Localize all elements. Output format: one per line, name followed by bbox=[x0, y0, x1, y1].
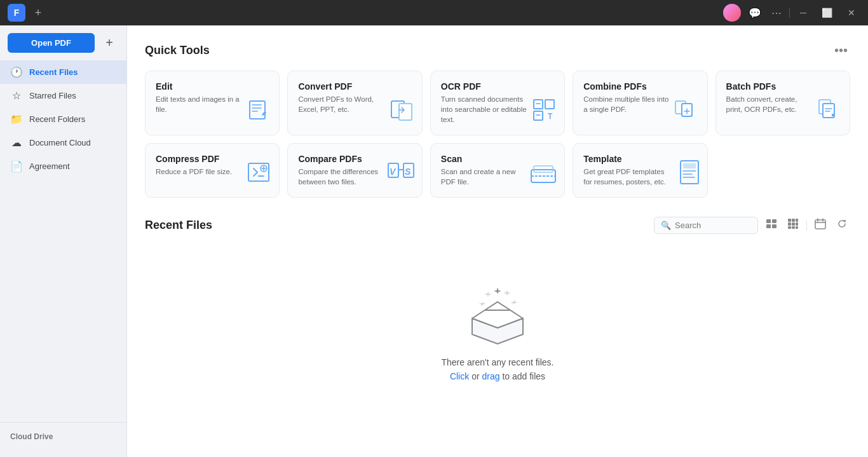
convert-icon bbox=[389, 97, 414, 127]
titlebar-right: 💬 ⋯ ─ ⬜ ✕ bbox=[723, 4, 860, 22]
tool-title: Convert PDF bbox=[298, 81, 411, 92]
search-box[interactable]: 🔍 bbox=[654, 217, 758, 234]
svg-rect-33 bbox=[796, 226, 798, 229]
tool-title: Combine PDFs bbox=[583, 81, 696, 92]
sidebar-item-recent-folders[interactable]: 📁 Recent Folders bbox=[0, 107, 126, 131]
tool-card-edit[interactable]: Edit Edit texts and images in a file. bbox=[145, 71, 280, 135]
svg-rect-25 bbox=[788, 219, 791, 222]
svg-rect-21 bbox=[766, 219, 771, 223]
quick-tools-header: Quick Tools ••• bbox=[145, 41, 850, 60]
new-tab-button[interactable]: + bbox=[31, 5, 46, 20]
clock-icon: 🕐 bbox=[10, 66, 23, 78]
document-icon: 📄 bbox=[10, 160, 23, 172]
tool-card-ocr-pdf[interactable]: OCR PDF Turn scanned documents into sear… bbox=[430, 71, 565, 135]
sidebar-item-label: Starred Files bbox=[29, 91, 76, 100]
recent-controls: 🔍 bbox=[654, 215, 850, 235]
svg-rect-4 bbox=[545, 100, 554, 109]
sidebar-item-starred-files[interactable]: ☆ Starred Files bbox=[0, 84, 126, 107]
svg-rect-2 bbox=[399, 104, 412, 120]
sidebar-item-label: Recent Files bbox=[29, 67, 78, 77]
scan-icon bbox=[530, 165, 557, 189]
tool-card-batch-pdfs[interactable]: Batch PDFs Batch convert, create, print,… bbox=[715, 71, 850, 135]
template-icon bbox=[679, 160, 700, 189]
calendar-view-button[interactable] bbox=[812, 215, 829, 235]
tool-card-compress-pdf[interactable]: Compress PDF Reduce a PDF file size. bbox=[145, 143, 280, 198]
sidebar: Open PDF + 🕐 Recent Files ☆ Starred File… bbox=[0, 25, 127, 457]
restore-button[interactable]: ⬜ bbox=[817, 5, 837, 20]
svg-rect-23 bbox=[766, 224, 771, 228]
svg-rect-30 bbox=[796, 222, 798, 226]
combine-icon bbox=[674, 97, 700, 127]
tool-title: OCR PDF bbox=[441, 81, 554, 92]
compare-icon: V S bbox=[388, 161, 414, 189]
svg-rect-32 bbox=[792, 226, 795, 229]
sidebar-item-agreement[interactable]: 📄 Agreement bbox=[0, 154, 126, 178]
edit-icon bbox=[246, 97, 271, 127]
titlebar-divider bbox=[789, 8, 790, 18]
tool-card-combine-pdfs[interactable]: Combine PDFs Combine multiple files into… bbox=[573, 71, 707, 135]
empty-action: Click or drag to add files bbox=[450, 371, 545, 381]
click-link[interactable]: Click bbox=[450, 371, 469, 381]
recent-files-header: Recent Files 🔍 bbox=[145, 215, 850, 235]
svg-rect-26 bbox=[792, 219, 795, 222]
tool-card-convert-pdf[interactable]: Convert PDF Convert PDFs to Word, Excel,… bbox=[287, 71, 422, 135]
search-icon: 🔍 bbox=[661, 221, 671, 230]
cloud-icon: ☁ bbox=[10, 137, 23, 149]
avatar[interactable] bbox=[723, 4, 741, 22]
compress-icon bbox=[246, 160, 271, 189]
tool-card-template[interactable]: Template Get great PDF templates for res… bbox=[573, 143, 707, 198]
tool-card-compare-pdfs[interactable]: Compare PDFs Compare the differences bet… bbox=[287, 143, 422, 198]
folder-icon: 📁 bbox=[10, 113, 23, 125]
more-options-icon[interactable]: ⋯ bbox=[769, 4, 784, 22]
svg-rect-24 bbox=[772, 224, 776, 228]
action-suffix: to add files bbox=[502, 371, 545, 381]
svg-rect-29 bbox=[792, 222, 795, 226]
svg-rect-20 bbox=[683, 163, 696, 168]
view-separator bbox=[806, 221, 807, 231]
svg-text:T: T bbox=[548, 112, 553, 121]
cloud-drive-label: Cloud Drive bbox=[10, 432, 53, 441]
svg-rect-27 bbox=[796, 219, 798, 222]
close-button[interactable]: ✕ bbox=[843, 5, 860, 20]
or-text: or bbox=[471, 371, 482, 381]
titlebar: F + 💬 ⋯ ─ ⬜ ✕ bbox=[0, 0, 868, 25]
minimize-button[interactable]: ─ bbox=[795, 5, 811, 20]
refresh-button[interactable] bbox=[834, 215, 850, 235]
empty-state: There aren't any recent files. Click or … bbox=[145, 245, 850, 419]
svg-rect-31 bbox=[788, 226, 791, 229]
sidebar-item-label: Agreement bbox=[29, 161, 70, 171]
main-content: Quick Tools ••• Edit Edit texts and imag… bbox=[127, 25, 868, 457]
app-logo-icon: F bbox=[8, 4, 25, 22]
titlebar-left: F + bbox=[8, 4, 46, 22]
quick-tools-more-button[interactable]: ••• bbox=[832, 41, 850, 60]
svg-point-35 bbox=[496, 290, 499, 292]
tools-grid: Edit Edit texts and images in a file. Co… bbox=[145, 71, 850, 198]
svg-rect-5 bbox=[534, 111, 543, 120]
chat-icon[interactable]: 💬 bbox=[746, 4, 764, 22]
sidebar-nav: 🕐 Recent Files ☆ Starred Files 📁 Recent … bbox=[0, 60, 126, 422]
app-body: Open PDF + 🕐 Recent Files ☆ Starred File… bbox=[0, 25, 868, 457]
tool-title: Scan bbox=[441, 154, 554, 164]
drag-link[interactable]: drag bbox=[482, 371, 499, 381]
open-pdf-button[interactable]: Open PDF bbox=[8, 33, 95, 53]
svg-rect-28 bbox=[788, 222, 791, 226]
empty-message: There aren't any recent files. bbox=[442, 357, 554, 367]
tool-card-scan[interactable]: Scan Scan and create a new PDF file. bbox=[430, 143, 565, 198]
sidebar-top: Open PDF + bbox=[0, 33, 126, 60]
search-input[interactable] bbox=[675, 221, 751, 230]
sidebar-item-document-cloud[interactable]: ☁ Document Cloud bbox=[0, 131, 126, 154]
recent-files-title: Recent Files bbox=[145, 219, 212, 232]
svg-text:S: S bbox=[405, 167, 411, 177]
grid-view-button[interactable] bbox=[785, 215, 801, 235]
tool-title: Edit bbox=[156, 81, 269, 92]
sidebar-item-recent-files[interactable]: 🕐 Recent Files bbox=[0, 60, 126, 84]
tool-title: Batch PDFs bbox=[726, 81, 839, 92]
batch-icon bbox=[817, 97, 842, 127]
sidebar-item-label: Recent Folders bbox=[29, 114, 85, 124]
svg-text:V: V bbox=[390, 167, 397, 177]
ocr-icon: T bbox=[531, 97, 557, 127]
svg-rect-22 bbox=[772, 219, 776, 223]
sidebar-add-button[interactable]: + bbox=[100, 34, 119, 53]
list-view-button[interactable] bbox=[763, 215, 780, 235]
svg-rect-34 bbox=[815, 220, 825, 229]
